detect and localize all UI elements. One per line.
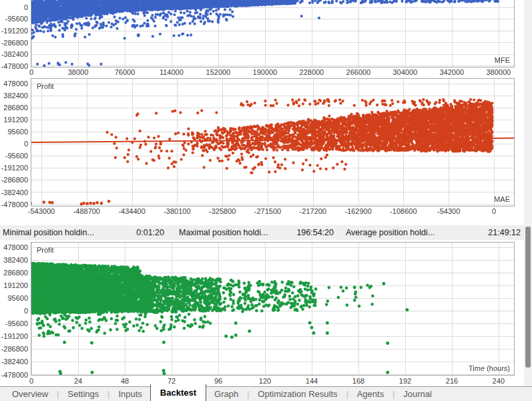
mae-axis-tag: MAE [494,195,510,203]
mae-profit-axis-label: Profit [37,82,54,90]
time-x-tick-label: 144 [306,377,318,385]
mae-y-tick-label: 0 [0,140,28,148]
mfe-y-tick-label: -478000 [0,62,28,70]
mfe-x-tick-label: 304000 [392,68,417,76]
mae-x-tick-label: -434400 [118,207,145,215]
tab-inputs[interactable]: Inputs [110,387,150,401]
mfe-x-tick-label: 342000 [439,68,464,76]
mfe-x-tick-label: 114000 [160,68,184,76]
mfe-plot-area[interactable] [31,0,515,68]
mae-y-tick-label: -191200 [0,164,28,172]
mfe-x-tick-label: 380000 [486,68,511,76]
mae-plot-area[interactable] [31,78,515,207]
time-x-tick-label: 48 [121,377,129,385]
status-value: 21:49:12 [488,228,521,237]
time-profit-axis-label: Profit [37,246,54,254]
mae-x-tick-label: -543000 [28,207,55,215]
mfe-x-tick-label: 152000 [206,68,231,76]
mae-y-tick-label: 95600 [0,128,28,136]
status-maximal-holding: Maximal position holdi... 196:54:20 [168,228,336,237]
tab-list: Overview|Settings|InputsBacktestGraph|Op… [0,387,440,401]
time-x-tick-label: 168 [352,377,364,385]
mae-y-tick-label: 478000 [0,80,28,88]
status-value: 0:01:20 [136,228,164,237]
mfe-y-tick-label: -191200 [0,27,28,35]
mae-x-tick-label: -217200 [300,207,326,215]
mae-y-tick-label: 382400 [0,92,28,100]
mae-y-tick-label: 286800 [0,104,28,112]
time-y-tick-label: 478000 [0,243,28,251]
mae-x-tick-label: -380100 [164,207,190,215]
time-y-tick-label: 95600 [0,294,28,302]
mae-y-tick-label: -95600 [0,152,28,160]
time-y-tick-label: 0 [0,307,28,315]
mfe-x-tick-label: 0 [29,68,33,76]
tab-backtest[interactable]: Backtest [150,384,206,401]
mfe-y-tick-label: -382400 [0,50,28,58]
time-y-tick-label: 382400 [0,256,28,264]
mfe-y-tick-label: -95600 [0,15,28,23]
mae-x-tick-label: -162900 [344,207,371,215]
time-y-tick-label: 286800 [0,269,28,277]
mae-y-tick-label: 191200 [0,116,28,124]
strategy-tester-window: 0-95600-191200-286800-382400-47800003800… [0,0,532,401]
mfe-y-tick-label: 0 [0,3,28,11]
status-value: 196:54:20 [296,228,334,237]
scrollbar-thumb[interactable] [525,227,531,368]
tab-agents[interactable]: Agents [349,387,392,401]
mae-scatter-canvas[interactable] [31,79,514,206]
mfe-x-tick-label: 190000 [253,68,278,76]
mae-x-tick-label: -108600 [390,207,417,215]
time-x-tick-label: 192 [399,377,411,385]
mfe-x-tick-label: 38000 [68,68,89,76]
status-minimal-holding: Minimal position holdin... 0:01:20 [0,228,168,237]
mfe-x-tick-label: 76000 [115,68,136,76]
mae-y-tick-label: -382400 [0,188,28,196]
tab-optimization-results[interactable]: Optimization Results [250,387,345,401]
tab-graph[interactable]: Graph [206,387,246,401]
time-y-tick-label: -478000 [0,371,28,379]
mae-x-tick-label: 0 [492,207,496,215]
mae-y-tick-label: -478000 [0,200,28,209]
mae-x-tick-label: -488700 [73,207,100,215]
mfe-scatter-canvas[interactable] [31,0,514,67]
time-x-tick-label: 24 [74,377,82,385]
mfe-y-tick-label: -286800 [0,39,28,47]
mfe-axis-tag: MFE [495,56,510,64]
time-y-tick-label: 191200 [0,281,28,289]
time-x-tick-label: 240 [493,377,505,385]
mae-x-tick-label: -54300 [437,207,460,215]
time-scatter-canvas[interactable] [31,243,514,375]
tab-settings[interactable]: Settings [59,387,107,401]
mae-x-tick-label: -271500 [254,207,281,215]
time-x-tick-label: 216 [446,377,458,385]
time-axis-tag: Time (hours) [469,364,510,372]
time-x-tick-label: 96 [214,377,222,385]
tab-journal[interactable]: Journal [395,387,440,401]
status-label: Minimal position holdin... [3,228,94,237]
time-plot-area[interactable] [31,242,515,376]
mae-x-tick-label: -325800 [209,207,236,215]
mfe-x-tick-label: 266000 [346,68,371,76]
status-average-holding: Average position holdi... 21:49:12 [336,228,524,237]
mfe-x-tick-label: 228000 [300,68,324,76]
status-label: Average position holdi... [346,228,435,237]
position-holding-status-bar: Minimal position holdin... 0:01:20 Maxim… [0,225,524,240]
time-y-tick-label: -191200 [0,332,28,340]
time-x-tick-label: 0 [29,377,33,385]
time-x-tick-label: 120 [259,377,271,385]
tab-bar: Overview|Settings|InputsBacktestGraph|Op… [0,386,532,401]
vertical-scrollbar[interactable] [524,0,532,386]
backtest-results-panel: 0-95600-191200-286800-382400-47800003800… [0,0,532,386]
time-y-tick-label: -286800 [0,345,28,353]
time-y-tick-label: -95600 [0,319,28,327]
status-label: Maximal position holdi... [179,228,268,237]
time-y-tick-label: -382400 [0,358,28,366]
mae-y-tick-label: -286800 [0,176,28,184]
tab-overview[interactable]: Overview [4,387,56,401]
